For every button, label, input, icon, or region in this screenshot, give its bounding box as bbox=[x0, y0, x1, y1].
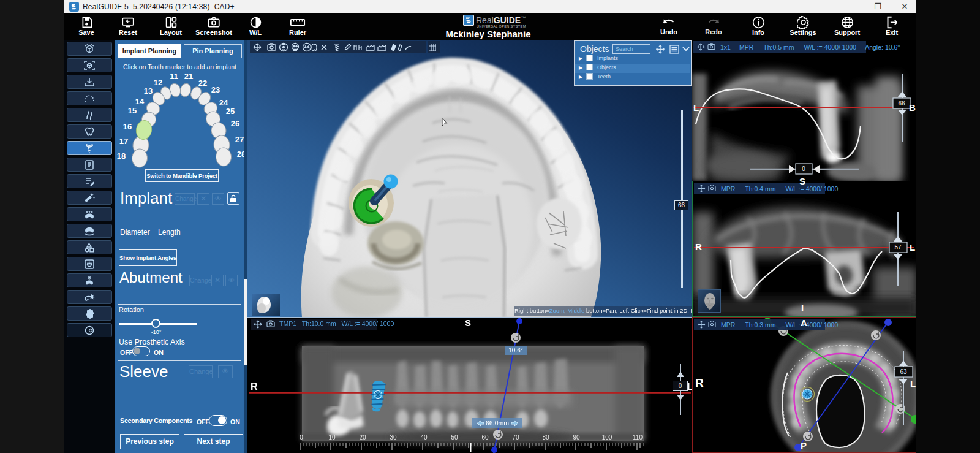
svg-text:28: 28 bbox=[237, 150, 244, 159]
svg-text:25: 25 bbox=[226, 107, 235, 116]
svg-text:0: 0 bbox=[300, 434, 303, 441]
svg-text:66.0mm: 66.0mm bbox=[486, 419, 509, 427]
svg-text:57: 57 bbox=[894, 244, 902, 251]
svg-text:14: 14 bbox=[135, 97, 145, 106]
svg-text:80: 80 bbox=[542, 434, 549, 441]
svg-text:13: 13 bbox=[144, 86, 153, 96]
svg-text:26: 26 bbox=[231, 119, 239, 128]
svg-text:40: 40 bbox=[420, 434, 428, 441]
svg-text:60: 60 bbox=[481, 434, 489, 441]
svg-text:22: 22 bbox=[198, 78, 207, 88]
svg-text:17: 17 bbox=[119, 137, 128, 146]
svg-text:90: 90 bbox=[573, 434, 580, 441]
svg-text:20: 20 bbox=[359, 434, 366, 441]
svg-text:30: 30 bbox=[390, 434, 397, 441]
svg-text:12: 12 bbox=[154, 78, 162, 87]
svg-text:24: 24 bbox=[219, 98, 228, 107]
svg-text:27: 27 bbox=[235, 135, 244, 144]
svg-text:16: 16 bbox=[123, 122, 132, 131]
svg-text:23: 23 bbox=[211, 85, 220, 94]
svg-text:18: 18 bbox=[117, 151, 126, 161]
svg-text:11: 11 bbox=[170, 72, 178, 81]
svg-text:10: 10 bbox=[328, 434, 336, 441]
svg-text:63: 63 bbox=[900, 368, 907, 375]
svg-text:70: 70 bbox=[512, 434, 519, 441]
svg-text:10.6°: 10.6° bbox=[508, 347, 522, 354]
svg-text:50: 50 bbox=[451, 434, 458, 441]
svg-text:0: 0 bbox=[802, 166, 805, 172]
svg-text:21: 21 bbox=[184, 72, 193, 81]
svg-text:110: 110 bbox=[633, 434, 643, 441]
svg-text:100: 100 bbox=[602, 434, 612, 441]
svg-text:15: 15 bbox=[128, 106, 137, 115]
svg-text:66: 66 bbox=[898, 100, 905, 107]
